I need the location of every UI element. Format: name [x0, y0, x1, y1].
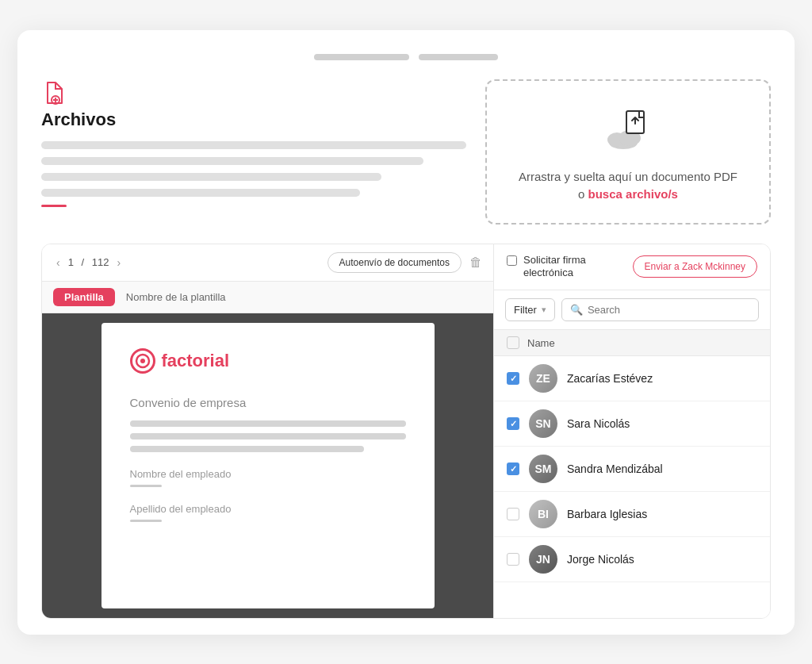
- person-row[interactable]: BIBarbara Iglesias: [494, 492, 770, 537]
- person-name: Sandra Mendizábal: [567, 462, 663, 475]
- person-row[interactable]: ZEZacarías Estévez: [494, 356, 770, 401]
- tabs-row: Plantilla Nombre de la plantilla: [42, 282, 493, 313]
- archivos-title: Archivos: [41, 109, 466, 130]
- skeleton-line: [41, 157, 423, 165]
- factorial-logo-icon: [130, 348, 155, 374]
- factorial-logo: factorial: [130, 348, 406, 374]
- name-column-header: Name: [527, 337, 555, 349]
- doc-skeleton: [130, 420, 406, 427]
- doc-toolbar: ‹ 1 / 112 › Autoenvío de documentos 🗑: [42, 244, 493, 282]
- chevron-down-icon: ▾: [542, 305, 546, 315]
- doc-skeleton: [130, 446, 365, 452]
- prev-page-button[interactable]: ‹: [53, 255, 63, 271]
- doc-skeleton: [130, 433, 406, 439]
- archivos-left: Archivos: [41, 79, 466, 225]
- drop-text-prefix: o: [578, 187, 588, 201]
- skeleton-line: [41, 189, 360, 197]
- avatar: JN: [529, 545, 557, 574]
- top-pills: [41, 54, 771, 60]
- factorial-logo-text: factorial: [162, 351, 230, 371]
- search-icon: 🔍: [570, 304, 583, 316]
- upload-icon: [604, 100, 652, 159]
- archivos-underline: [41, 205, 67, 207]
- archivos-icon: [41, 79, 466, 105]
- solicitar-firma-checkbox[interactable]: [507, 255, 517, 266]
- main-bottom: ‹ 1 / 112 › Autoenvío de documentos 🗑 Pl…: [41, 244, 771, 619]
- skeleton-line: [41, 141, 466, 149]
- doc-nav: ‹ 1 / 112 ›: [53, 255, 124, 271]
- drop-link[interactable]: busca archivo/s: [588, 187, 678, 201]
- field-apellido-underline: [130, 520, 162, 522]
- page-current: 1: [68, 256, 74, 268]
- top-pill-2: [419, 54, 498, 60]
- trash-icon[interactable]: 🗑: [469, 255, 482, 270]
- main-container: Archivos: [17, 30, 795, 635]
- archivos-section: Archivos: [41, 79, 771, 225]
- filter-row: Filter ▾ 🔍: [494, 290, 770, 330]
- person-checkbox-checked[interactable]: [507, 372, 519, 385]
- avatar: SM: [529, 455, 557, 483]
- people-header: Solicitar firma electrónica Enviar a Zac…: [494, 244, 770, 291]
- select-all-checkbox[interactable]: [507, 336, 519, 349]
- doc-page: factorial Convenio de empresa Nombre del…: [102, 323, 435, 608]
- person-name: Zacarías Estévez: [567, 372, 653, 385]
- person-checkbox-empty[interactable]: [507, 508, 519, 520]
- convenio-title: Convenio de empresa: [130, 396, 406, 409]
- person-name: Jorge Nicolás: [567, 553, 634, 566]
- drop-text-line1: Arrastra y suelta aquí un documento PDF: [519, 170, 737, 183]
- field-nombre-underline: [130, 485, 162, 487]
- people-list: ZEZacarías EstévezSNSara NicolásSMSandra…: [494, 356, 770, 617]
- tab-nombre-plantilla[interactable]: Nombre de la plantilla: [115, 288, 237, 306]
- filter-select[interactable]: Filter ▾: [505, 298, 555, 321]
- person-row[interactable]: JNJorge Nicolás: [494, 537, 770, 582]
- people-panel: Solicitar firma electrónica Enviar a Zac…: [494, 244, 770, 618]
- solicitar-firma-label: Solicitar firma electrónica: [507, 254, 586, 281]
- person-name: Barbara Iglesias: [567, 508, 647, 520]
- autoenvio-button[interactable]: Autoenvío de documentos: [327, 252, 462, 273]
- table-header: Name: [494, 330, 770, 356]
- doc-preview: factorial Convenio de empresa Nombre del…: [42, 313, 493, 618]
- page-total: 112: [92, 256, 109, 268]
- next-page-button[interactable]: ›: [113, 255, 124, 271]
- doc-panel: ‹ 1 / 112 › Autoenvío de documentos 🗑 Pl…: [42, 244, 494, 618]
- search-box: 🔍: [561, 298, 759, 321]
- skeleton-line: [41, 173, 381, 181]
- field-nombre-label: Nombre del empleado: [130, 468, 406, 480]
- field-apellido-label: Apellido del empleado: [130, 503, 406, 515]
- person-checkbox-checked[interactable]: [507, 462, 519, 475]
- avatar: ZE: [529, 364, 557, 393]
- svg-point-6: [140, 359, 145, 363]
- search-input[interactable]: [588, 304, 750, 316]
- top-pill-1: [314, 54, 409, 60]
- avatar: BI: [529, 500, 557, 528]
- page-separator: /: [79, 256, 87, 268]
- person-row[interactable]: SNSara Nicolás: [494, 401, 770, 447]
- drop-zone[interactable]: Arrastra y suelta aquí un documento PDF …: [485, 79, 771, 225]
- person-checkbox-empty[interactable]: [507, 553, 519, 566]
- tab-plantilla[interactable]: Plantilla: [53, 288, 115, 306]
- drop-text: Arrastra y suelta aquí un documento PDF …: [519, 168, 737, 204]
- person-name: Sara Nicolás: [567, 417, 630, 430]
- person-row[interactable]: SMSandra Mendizábal: [494, 447, 770, 492]
- person-checkbox-checked[interactable]: [507, 417, 519, 430]
- avatar: SN: [529, 409, 557, 438]
- filter-label: Filter: [514, 304, 537, 316]
- enviar-button[interactable]: Enviar a Zack Mckinney: [633, 255, 757, 278]
